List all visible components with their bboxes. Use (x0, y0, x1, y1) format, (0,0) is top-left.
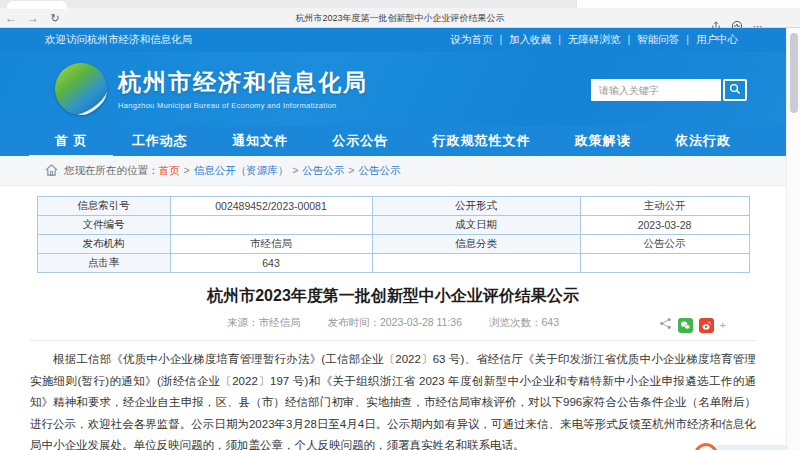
info-label-index: 信息索引号 (37, 197, 170, 216)
weibo-share-icon[interactable] (699, 318, 714, 333)
table-row: 信息索引号 002489452/2023-00081 公开形式 主动公开 (37, 197, 749, 216)
scrollbar-track[interactable] (786, 28, 800, 450)
info-label-doc-number: 文件编号 (37, 216, 170, 235)
article-paragraph: 根据工信部《优质中小企业梯度培育管理暂行办法》(工信部企业〔2022〕63 号)… (30, 349, 756, 450)
scrollbar-thumb[interactable] (790, 33, 798, 113)
article-title: 杭州市2023年度第一批创新型中小企业评价结果公示 (0, 286, 786, 307)
utility-bar: 欢迎访问杭州市经济和信息化局 设为首页 加入收藏 无障碍浏览 智能问答 用户中心 (0, 28, 786, 52)
link-add-favorite[interactable]: 加入收藏 (509, 33, 568, 47)
nav-item-law-admin[interactable]: 依法行政 (675, 126, 731, 156)
page: 欢迎访问杭州市经济和信息化局 设为首页 加入收藏 无障碍浏览 智能问答 用户中心… (0, 28, 786, 450)
floating-toolbar[interactable] (716, 445, 788, 450)
article-meta: 来源：市经信局 发布时间：2023-03-28 11:36 浏览次数：643 + (0, 316, 786, 332)
search-input[interactable] (591, 79, 721, 101)
article-body: 根据工信部《优质中小企业梯度培育管理暂行办法》(工信部企业〔2022〕63 号)… (0, 341, 786, 450)
welcome-text: 欢迎访问杭州市经济和信息化局 (45, 33, 192, 47)
info-value-doc-number (170, 216, 372, 235)
nav-item-regulatory-docs[interactable]: 行政规范性文件 (433, 126, 531, 156)
more-share-icon[interactable]: + (720, 319, 726, 331)
info-value-disclosure-form: 主动公开 (580, 197, 749, 216)
table-row: 发布机构 市经信局 信息分类 公告公示 (37, 235, 749, 254)
site-name: 杭州市经济和信息化局 (118, 67, 368, 98)
browser-toolbar: ← → ↻ 杭州市2023年度第一批创新型中小企业评价结果公示 ⋯ (0, 8, 800, 28)
site-logo[interactable] (55, 63, 107, 115)
browser-refresh-icon[interactable]: ↻ (44, 9, 66, 27)
info-label-issuer: 发布机构 (37, 235, 170, 254)
share-toolbar: + (659, 316, 726, 334)
breadcrumb-home[interactable]: 首页 (159, 164, 194, 178)
share-nodes-icon[interactable] (659, 316, 672, 334)
article-content: 信息索引号 002489452/2023-00081 公开形式 主动公开 文件编… (0, 186, 786, 450)
document-info-table: 信息索引号 002489452/2023-00081 公开形式 主动公开 文件编… (37, 196, 750, 273)
browser-forward-icon[interactable]: → (22, 9, 44, 27)
browser-back-icon[interactable]: ← (0, 9, 22, 27)
info-value-clicks: 643 (170, 254, 372, 273)
article-source: 来源：市经信局 (227, 316, 301, 328)
breadcrumb-prefix: 您现在所在的位置： (64, 164, 159, 178)
site-name-english: Hangzhou Municipal Bureau of Economy and… (118, 101, 368, 110)
table-row: 点击率 643 (37, 254, 749, 273)
search-button[interactable] (723, 79, 747, 101)
info-value-date: 2023-03-28 (580, 216, 749, 235)
info-value-index: 002489452/2023-00081 (170, 197, 372, 216)
browser-page-title: 杭州市2023年度第一批创新型中小企业评价结果公示 (0, 12, 800, 25)
nav-item-work-news[interactable]: 工作动态 (132, 126, 188, 156)
article-publish-time: 发布时间：2023-03-28 11:36 (327, 316, 462, 328)
nav-item-announcements[interactable]: 公示公告 (332, 126, 388, 156)
browser-chrome: ← → ↻ 杭州市2023年度第一批创新型中小企业评价结果公示 ⋯ (0, 0, 800, 28)
article-view-count: 浏览次数：643 (489, 316, 559, 328)
info-value-issuer: 市经信局 (170, 235, 372, 254)
home-icon[interactable] (45, 164, 64, 178)
info-empty-cell (580, 254, 749, 273)
info-label-clicks: 点击率 (37, 254, 170, 273)
link-accessibility[interactable]: 无障碍浏览 (568, 33, 637, 47)
info-label-disclosure-form: 公开形式 (372, 197, 580, 216)
search-icon (729, 81, 741, 99)
main-nav: 首 页 工作动态 通知文件 公示公告 行政规范性文件 政策解读 依法行政 (0, 126, 786, 156)
breadcrumb-current[interactable]: 公告公示 (358, 164, 400, 178)
wechat-share-icon[interactable] (678, 318, 693, 333)
tab-bar-highlight (577, 0, 800, 8)
breadcrumb: 您现在所在的位置： 首页 信息公开（资源库） 公告公示 公告公示 (0, 156, 786, 186)
link-smart-qa[interactable]: 智能问答 (637, 33, 696, 47)
link-user-center[interactable]: 用户中心 (696, 33, 738, 47)
info-label-category: 信息分类 (372, 235, 580, 254)
site-search (591, 79, 747, 101)
site-header: 杭州市经济和信息化局 Hangzhou Municipal Bureau of … (0, 52, 786, 126)
nav-item-policy-interpretation[interactable]: 政策解读 (575, 126, 631, 156)
info-value-category: 公告公示 (580, 235, 749, 254)
breadcrumb-info-disclosure[interactable]: 信息公开（资源库） (194, 164, 303, 178)
info-label-date: 成文日期 (372, 216, 580, 235)
browser-tab-bar (0, 0, 800, 8)
table-row: 文件编号 成文日期 2023-03-28 (37, 216, 749, 235)
info-empty-cell (372, 254, 580, 273)
breadcrumb-announcements[interactable]: 公告公示 (302, 164, 358, 178)
nav-item-notices[interactable]: 通知文件 (232, 126, 288, 156)
nav-item-home[interactable]: 首 页 (55, 126, 88, 156)
link-set-homepage[interactable]: 设为首页 (451, 33, 510, 47)
